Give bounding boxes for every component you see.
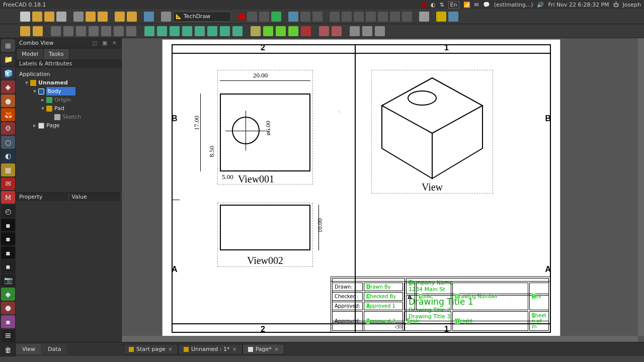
front-icon[interactable] [342,12,352,22]
tray-icon[interactable]: ◐ [431,2,436,8]
doc-tab-page[interactable]: Page*× [243,344,284,354]
export-svg-icon[interactable] [350,26,360,36]
dim-depth[interactable]: 10.00 [316,218,324,233]
dock-mail-icon[interactable]: M [1,191,15,204]
dock-app9-icon[interactable]: ▪ [1,260,15,273]
dock-app8-icon[interactable]: ▪ [1,246,15,259]
dock-app13-icon[interactable]: ⊞ [1,329,15,342]
tb-rev-hdr[interactable]: A [408,294,412,301]
fit-sel-icon[interactable] [300,12,310,22]
image-icon[interactable] [288,26,298,36]
macro-run-icon[interactable] [271,12,281,22]
group-icon[interactable] [448,12,458,22]
new-page-template-icon[interactable] [33,26,43,36]
dock-settings-icon[interactable]: ⚙ [1,122,15,135]
dock-app6-icon[interactable]: ✉ [1,177,15,190]
macro-record-icon[interactable] [238,13,245,20]
close-icon[interactable]: × [232,346,236,352]
tab-tasks[interactable]: Tasks [43,48,69,59]
tb-num[interactable]: Drawing Number [452,283,528,310]
cut-icon[interactable] [73,12,84,22]
new-page-icon[interactable] [20,26,30,36]
save-icon[interactable] [44,12,54,22]
undo-icon[interactable] [115,12,125,22]
annotation-icon[interactable] [195,26,205,36]
mail-icon[interactable]: ✉ [474,2,479,8]
tb-app1[interactable]: Approved 1 [364,302,403,310]
symbol-icon[interactable] [276,26,286,36]
dim-hx[interactable]: 5.00 [222,173,233,181]
whatsthis-icon[interactable] [161,12,171,22]
detail-icon[interactable] [182,26,192,36]
power-icon[interactable]: ⏻ [613,2,619,8]
close-icon[interactable]: × [168,346,173,352]
bottom-tab-data[interactable]: Data [42,344,67,354]
dock-app10-icon[interactable]: ◆ [1,288,15,300]
spreadsheet-view-icon[interactable] [232,26,243,36]
volume-icon[interactable]: 🔊 [537,2,544,8]
copy-icon[interactable] [86,12,96,22]
tree-application[interactable]: Application [19,70,118,78]
dock-app4-icon[interactable]: ◐ [1,150,15,162]
view-iso[interactable]: View [371,70,493,194]
dock-cam-icon[interactable]: 📷 [1,274,15,287]
drawing-page[interactable]: 2 1 2 1 B B A A 20.00 17.00 [162,39,560,338]
dock-show-apps-icon[interactable]: ⊞ [1,39,15,52]
draft-view-icon[interactable] [207,26,217,36]
export-page-icon[interactable] [375,26,385,36]
print-icon[interactable] [56,12,66,22]
toggle-frame-icon[interactable] [301,26,311,36]
doc-tab-unnamed[interactable]: Unnamed : 1*× [178,344,243,354]
right-icon[interactable] [366,12,376,22]
doc-tab-start[interactable]: Start page× [123,344,178,354]
hatch-icon[interactable] [251,26,261,36]
redo-icon[interactable] [127,12,137,22]
chat-icon[interactable]: 💬 [483,2,490,8]
tb-weight[interactable]: Weight [452,311,528,331]
dock-app2-icon[interactable]: ● [1,95,15,107]
tab-model[interactable]: Model [16,48,44,59]
model-tree[interactable]: Application ▾Unnamed ▾Body ▸Origin ▾Pad … [16,68,121,132]
fit-icon[interactable] [288,12,298,22]
macro-edit-icon[interactable] [259,12,269,22]
dock-trash-icon[interactable]: 🗑 [1,343,15,356]
view001[interactable]: 20.00 17.00 8.50 5.00 ø6.00 View001 [217,70,313,185]
dock-firefox-icon[interactable]: 🦊 [1,108,15,121]
tb-rev[interactable]: Rev [529,283,549,310]
clip-icon[interactable] [319,26,329,36]
dock-app12-icon[interactable]: ▪ [1,315,15,328]
geom-hatch-icon[interactable] [263,26,273,36]
dock-clock-icon[interactable]: ◴ [1,205,15,217]
measure-icon[interactable] [419,12,429,22]
macro-stop-icon[interactable] [247,12,257,22]
tree-origin[interactable]: ▸Origin [19,96,118,104]
bottom-icon[interactable] [390,12,400,22]
insert-view-icon[interactable] [144,26,154,36]
wifi-icon[interactable]: 📶 [463,2,470,8]
tree-sketch[interactable]: Sketch [19,113,118,121]
dock-term-icon[interactable]: ▪ [1,219,15,231]
dock-freecad-icon[interactable]: 🧊 [1,67,15,79]
open-icon[interactable] [32,12,42,22]
panel-controls[interactable]: ◫ ▣ ✕ [92,40,118,46]
view002[interactable]: 10.00 View002 [217,203,313,267]
dock-files-icon[interactable]: 📁 [1,53,15,65]
dim-dia[interactable]: ø6.00 [264,121,272,135]
mdi-area[interactable]: 2 1 2 1 B B A A 20.00 17.00 [122,38,644,342]
dock-app3-icon[interactable]: ○ [1,136,15,148]
sync-icon[interactable]: ⇅ [439,2,444,8]
tree-document[interactable]: ▾Unnamed [19,78,118,87]
dim-hy[interactable]: 8.50 [208,146,216,157]
projection-group-icon[interactable] [157,26,167,36]
dock-app7-icon[interactable]: ▪ [1,232,15,245]
paste-icon[interactable] [98,12,108,22]
tb-scale[interactable]: Scale [404,311,451,331]
tb-app2[interactable]: Approved 2 [364,311,403,331]
dim-width[interactable]: 20.00 [253,71,268,79]
close-icon[interactable]: × [274,346,279,352]
dim-link-icon[interactable] [126,26,136,36]
dim-horizontal-icon[interactable] [63,26,73,36]
section-icon[interactable] [170,26,180,36]
user-name[interactable]: Joseph [623,2,641,8]
tree-page[interactable]: ▸Page [19,121,118,130]
